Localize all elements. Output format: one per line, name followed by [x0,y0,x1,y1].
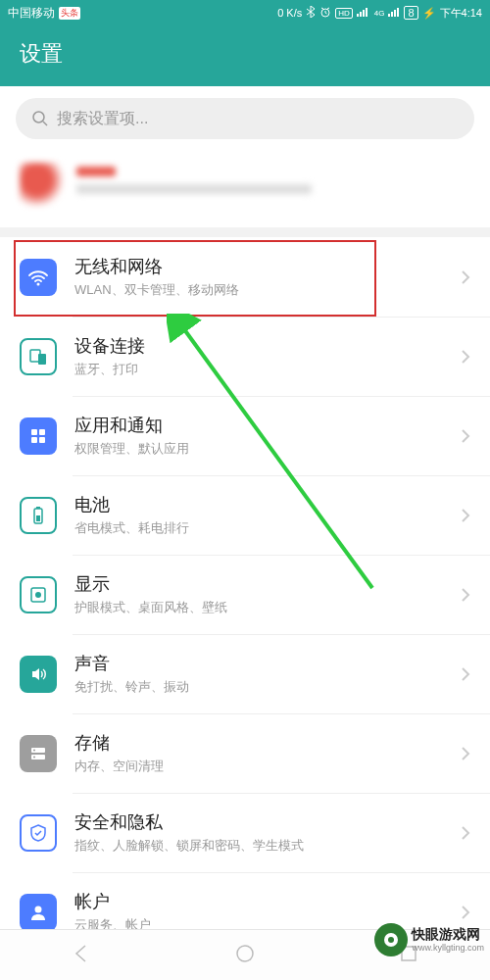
svg-line-10 [43,122,47,125]
row-sub: 权限管理、默认应用 [74,440,461,458]
watermark-url: www.kyllgting.com [412,943,484,953]
svg-rect-13 [38,354,46,365]
search-placeholder: 搜索设置项... [57,109,148,129]
status-bar: 中国移动 头条 0 K/s HD 4G 8 ⚡ 下午4:14 [0,0,490,25]
svg-point-25 [33,749,35,751]
row-title: 帐户 [74,890,461,913]
row-wireless[interactable]: 无线和网络 WLAN、双卡管理、移动网络 [0,237,490,317]
svg-point-29 [237,946,253,961]
watermark-name: 快眼游戏网 [412,927,484,942]
carrier-label: 中国移动 [8,5,55,22]
row-title: 电池 [74,493,461,516]
svg-rect-17 [39,437,45,443]
row-device-connection[interactable]: 设备连接 蓝牙、打印 [0,317,490,396]
chevron-right-icon [461,905,470,920]
row-sub: 蓝牙、打印 [74,361,461,378]
svg-rect-15 [39,429,45,435]
chevron-right-icon [461,428,470,444]
row-sub: 护眼模式、桌面风格、壁纸 [74,599,461,616]
svg-rect-20 [36,515,40,521]
watermark-icon [374,923,408,956]
shield-icon [20,814,57,852]
page-title: 设置 [20,41,63,66]
row-title: 无线和网络 [74,255,461,278]
row-title: 安全和隐私 [74,810,461,834]
svg-rect-4 [366,8,368,17]
apps-icon [20,417,57,455]
net-speed: 0 K/s [277,7,302,19]
row-security[interactable]: 安全和隐私 指纹、人脸解锁、锁屏和密码、学生模式 [0,793,490,872]
row-title: 显示 [74,572,461,596]
chevron-right-icon [461,746,470,761]
svg-rect-5 [388,14,390,17]
row-title: 设备连接 [74,334,461,358]
row-sub: 省电模式、耗电排行 [74,519,461,537]
chevron-right-icon [461,825,470,841]
row-display[interactable]: 显示 护眼模式、桌面风格、壁纸 [0,555,490,634]
page-header: 设置 [0,25,490,86]
svg-rect-6 [391,12,393,17]
signal-icon [357,7,370,19]
row-battery[interactable]: 电池 省电模式、耗电排行 [0,475,490,555]
nav-home[interactable] [234,943,256,968]
battery-icon [20,497,57,534]
svg-point-26 [33,756,35,758]
network-type: 4G [374,9,385,18]
search-section: 搜索设置项... [0,86,490,149]
alarm-icon [319,6,331,20]
account-row[interactable] [0,149,490,227]
chevron-right-icon [461,349,470,365]
storage-icon [20,735,57,772]
svg-point-27 [35,906,42,912]
device-icon [20,338,57,375]
chevron-right-icon [461,666,470,682]
svg-rect-1 [357,14,359,17]
svg-rect-19 [36,507,40,509]
charging-icon: ⚡ [422,7,436,20]
sound-icon [20,656,57,693]
svg-point-32 [388,937,394,943]
hd-icon: HD [335,8,353,19]
bluetooth-icon [306,6,316,20]
svg-rect-16 [31,437,37,443]
display-icon [20,576,57,613]
app-badge: 头条 [59,7,80,20]
clock: 下午4:14 [440,6,482,21]
row-title: 存储 [74,731,461,755]
svg-point-9 [33,112,44,122]
settings-list: 无线和网络 WLAN、双卡管理、移动网络 设备连接 蓝牙、打印 应用和通知 权限… [0,237,490,952]
row-sub: 内存、空间清理 [74,758,461,775]
watermark: 快眼游戏网 www.kyllgting.com [374,923,484,956]
chevron-right-icon [461,587,470,603]
wifi-icon [20,259,57,296]
search-icon [31,110,49,127]
avatar [20,163,63,206]
svg-rect-7 [394,10,396,17]
svg-point-11 [37,282,40,285]
account-icon [20,894,57,931]
svg-rect-8 [397,8,399,17]
svg-rect-2 [360,12,362,17]
row-sub: 指纹、人脸解锁、锁屏和密码、学生模式 [74,837,461,855]
account-text-blurred [76,167,470,202]
search-input[interactable]: 搜索设置项... [16,98,474,139]
row-sub: 免打扰、铃声、振动 [74,678,461,696]
svg-rect-14 [31,429,37,435]
row-apps-notifications[interactable]: 应用和通知 权限管理、默认应用 [0,396,490,475]
row-title: 声音 [74,652,461,675]
signal-icon-2 [388,7,400,19]
row-title: 应用和通知 [74,414,461,437]
chevron-right-icon [461,270,470,285]
row-sound[interactable]: 声音 免打扰、铃声、振动 [0,634,490,713]
nav-back[interactable] [71,943,92,968]
chevron-right-icon [461,508,470,523]
svg-point-22 [35,592,41,598]
svg-rect-3 [363,10,365,17]
row-sub: WLAN、双卡管理、移动网络 [74,281,461,299]
row-storage[interactable]: 存储 内存、空间清理 [0,713,490,793]
battery-icon: 8 [404,6,417,20]
